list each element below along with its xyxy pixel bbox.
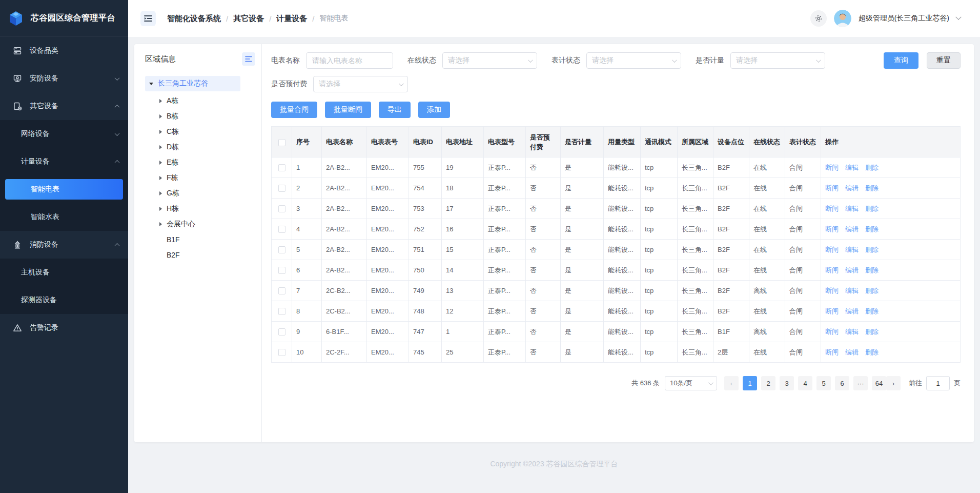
page-button-2[interactable]: 2 bbox=[761, 376, 775, 390]
row-action-delete[interactable]: 删除 bbox=[865, 266, 879, 274]
row-action-delete[interactable]: 删除 bbox=[865, 164, 879, 171]
settings-button[interactable] bbox=[810, 10, 827, 27]
row-action-open-switch[interactable]: 断闸 bbox=[825, 287, 839, 294]
row-action-edit[interactable]: 编辑 bbox=[845, 348, 859, 356]
breadcrumb-item[interactable]: 智能化设备系统 bbox=[167, 14, 221, 24]
goto-page-input[interactable] bbox=[926, 376, 950, 390]
tree-node[interactable]: H栋 bbox=[145, 201, 255, 216]
next-page-button[interactable]: › bbox=[886, 376, 901, 390]
row-checkbox[interactable] bbox=[278, 328, 285, 336]
batch-open-switch-button[interactable]: 批量断闸 bbox=[325, 102, 371, 118]
caret-right-icon[interactable] bbox=[159, 145, 162, 149]
sidebar-item-security-device[interactable]: 安防设备 bbox=[0, 65, 128, 92]
prev-page-button[interactable]: ‹ bbox=[724, 376, 739, 390]
sidebar-item-network-device[interactable]: 网络设备 bbox=[0, 120, 128, 148]
sidebar-item-host-device[interactable]: 主机设备 bbox=[0, 259, 128, 286]
row-action-open-switch[interactable]: 断闸 bbox=[825, 266, 839, 274]
tree-node[interactable]: F栋 bbox=[145, 170, 255, 186]
row-checkbox[interactable] bbox=[278, 308, 285, 315]
row-action-edit[interactable]: 编辑 bbox=[845, 184, 859, 192]
caret-right-icon[interactable] bbox=[159, 161, 162, 165]
sidebar-item-fire-device[interactable]: 消防设备 bbox=[0, 231, 128, 259]
row-action-open-switch[interactable]: 断闸 bbox=[825, 328, 839, 336]
row-action-edit[interactable]: 编辑 bbox=[845, 307, 859, 315]
breadcrumb-item[interactable]: 其它设备 bbox=[233, 14, 264, 24]
row-checkbox[interactable] bbox=[278, 205, 285, 212]
row-checkbox[interactable] bbox=[278, 164, 285, 171]
row-checkbox[interactable] bbox=[278, 246, 285, 253]
row-action-edit[interactable]: 编辑 bbox=[845, 205, 859, 212]
tree-node[interactable]: B栋 bbox=[145, 109, 255, 124]
is-metering-select[interactable]: 请选择 bbox=[730, 52, 825, 69]
user-menu[interactable]: 超级管理员(长三角工业芯谷) bbox=[859, 14, 949, 23]
row-action-delete[interactable]: 删除 bbox=[865, 348, 879, 356]
batch-close-switch-button[interactable]: 批量合闸 bbox=[271, 102, 317, 118]
sidebar-item-other-device[interactable]: 其它设备 bbox=[0, 92, 128, 120]
row-action-edit[interactable]: 编辑 bbox=[845, 246, 859, 253]
row-action-open-switch[interactable]: 断闸 bbox=[825, 225, 839, 233]
tree-node[interactable]: G栋 bbox=[145, 186, 255, 201]
tree-node[interactable]: E栋 bbox=[145, 155, 255, 170]
page-button-3[interactable]: 3 bbox=[780, 376, 794, 390]
row-checkbox[interactable] bbox=[278, 185, 285, 192]
row-action-edit[interactable]: 编辑 bbox=[845, 266, 859, 274]
row-action-edit[interactable]: 编辑 bbox=[845, 164, 859, 171]
page-button-5[interactable]: 5 bbox=[816, 376, 831, 390]
meter-status-select[interactable]: 请选择 bbox=[586, 52, 681, 69]
tree-node[interactable]: 会展中心 bbox=[145, 216, 255, 232]
export-button[interactable]: 导出 bbox=[379, 102, 411, 118]
sidebar-item-device-category[interactable]: 设备品类 bbox=[0, 37, 128, 65]
row-checkbox[interactable] bbox=[278, 226, 285, 233]
row-action-delete[interactable]: 删除 bbox=[865, 328, 879, 336]
page-button-6[interactable]: 6 bbox=[835, 376, 849, 390]
row-action-open-switch[interactable]: 断闸 bbox=[825, 184, 839, 192]
caret-right-icon[interactable] bbox=[159, 176, 162, 180]
sidebar-item-alarm-record[interactable]: 告警记录 bbox=[0, 314, 128, 342]
row-action-open-switch[interactable]: 断闸 bbox=[825, 246, 839, 253]
row-action-open-switch[interactable]: 断闸 bbox=[825, 205, 839, 212]
row-action-delete[interactable]: 删除 bbox=[865, 307, 879, 315]
sidebar-item-smart-water-meter[interactable]: 智能水表 bbox=[0, 203, 128, 231]
row-action-delete[interactable]: 删除 bbox=[865, 287, 879, 294]
caret-right-icon[interactable] bbox=[159, 222, 162, 226]
tree-node[interactable]: B1F bbox=[145, 232, 255, 247]
row-action-delete[interactable]: 删除 bbox=[865, 225, 879, 233]
row-action-open-switch[interactable]: 断闸 bbox=[825, 164, 839, 171]
row-action-edit[interactable]: 编辑 bbox=[845, 225, 859, 233]
search-button[interactable]: 查询 bbox=[884, 52, 918, 69]
caret-right-icon[interactable] bbox=[159, 207, 162, 211]
tree-collapse-button[interactable] bbox=[242, 52, 255, 66]
tree-node[interactable]: A栋 bbox=[145, 93, 255, 109]
tree-node[interactable]: C栋 bbox=[145, 124, 255, 140]
tree-root-node[interactable]: 长三角工业芯谷 bbox=[145, 76, 240, 91]
sidebar-item-detector-device[interactable]: 探测器设备 bbox=[0, 286, 128, 314]
page-size-select[interactable]: 10条/页 bbox=[665, 376, 717, 390]
online-status-select[interactable]: 请选择 bbox=[442, 52, 537, 69]
row-action-edit[interactable]: 编辑 bbox=[845, 328, 859, 336]
caret-right-icon[interactable] bbox=[159, 191, 162, 195]
meter-name-input[interactable] bbox=[306, 52, 393, 69]
page-button-1[interactable]: 1 bbox=[743, 376, 757, 390]
row-action-delete[interactable]: 删除 bbox=[865, 246, 879, 253]
sidebar-item-metering-device[interactable]: 计量设备 bbox=[0, 148, 128, 175]
row-action-edit[interactable]: 编辑 bbox=[845, 287, 859, 294]
user-avatar[interactable] bbox=[834, 10, 851, 27]
breadcrumb-item[interactable]: 计量设备 bbox=[276, 14, 307, 24]
add-button[interactable]: 添加 bbox=[418, 102, 450, 118]
reset-button[interactable]: 重置 bbox=[927, 52, 961, 69]
chevron-down-icon[interactable] bbox=[955, 14, 961, 20]
collapse-sidebar-button[interactable] bbox=[140, 11, 156, 26]
sidebar-item-smart-electric-meter[interactable]: 智能电表 bbox=[5, 179, 123, 200]
caret-right-icon[interactable] bbox=[159, 130, 162, 134]
row-action-open-switch[interactable]: 断闸 bbox=[825, 348, 839, 356]
row-checkbox[interactable] bbox=[278, 267, 285, 274]
page-button-64[interactable]: 64 bbox=[872, 376, 886, 390]
caret-right-icon[interactable] bbox=[159, 114, 162, 119]
is-prepaid-select[interactable]: 请选择 bbox=[313, 76, 408, 92]
row-action-delete[interactable]: 删除 bbox=[865, 184, 879, 192]
caret-right-icon[interactable] bbox=[159, 99, 162, 103]
row-checkbox[interactable] bbox=[278, 287, 285, 294]
select-all-checkbox[interactable] bbox=[278, 139, 285, 146]
row-action-delete[interactable]: 删除 bbox=[865, 205, 879, 212]
tree-node[interactable]: B2F bbox=[145, 247, 255, 263]
